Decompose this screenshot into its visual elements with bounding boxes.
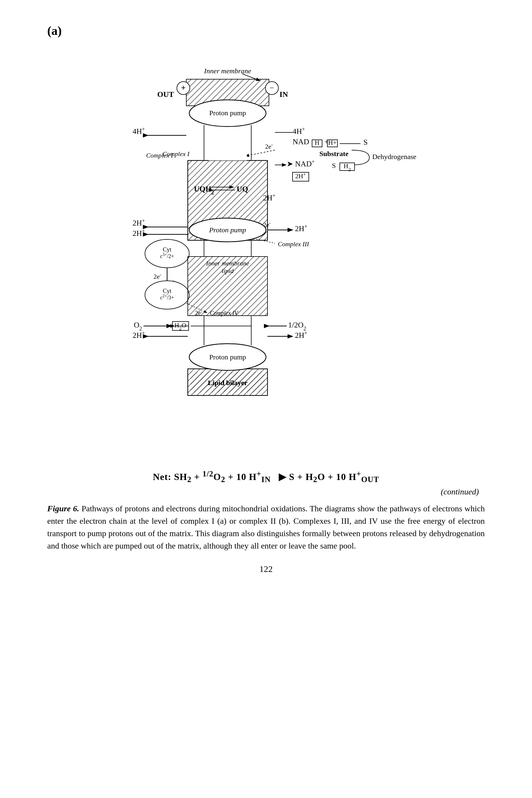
svg-text:NAD: NAD <box>292 138 309 146</box>
svg-text:2H+: 2H+ <box>133 330 145 340</box>
page-number: 122 <box>47 564 485 574</box>
svg-text:UQ: UQ <box>237 185 248 193</box>
svg-text:S: S <box>332 162 336 169</box>
figure-caption: Figure 6. Pathways of protons and electr… <box>47 503 485 552</box>
svg-text:Inner membrane: Inner membrane <box>204 67 251 75</box>
svg-text:Complex I: Complex I <box>146 151 174 159</box>
net-equation: Net: SH2 + 1/2O2 + 10 H+IN ▶ S + H2O + 1… <box>47 469 485 484</box>
svg-text:Dehydrogenase: Dehydrogenase <box>372 153 416 161</box>
svg-text:Substrate: Substrate <box>319 150 349 158</box>
svg-text:c2+/3+: c2+/3+ <box>160 294 174 301</box>
svg-text:OUT: OUT <box>157 90 174 99</box>
svg-text:1/2O2: 1/2O2 <box>288 321 306 332</box>
svg-text:2H+: 2H+ <box>263 193 276 202</box>
svg-text:4H+: 4H+ <box>133 126 145 136</box>
svg-text:Proton pump: Proton pump <box>209 226 246 234</box>
diagram-svg: + − Inner membrane OUT IN Proton pump 4H… <box>103 50 429 457</box>
svg-text:Complex III: Complex III <box>278 240 309 248</box>
page: (a) <box>0 0 532 798</box>
svg-text:Proton pump: Proton pump <box>209 109 246 117</box>
svg-text:+: + <box>181 83 186 92</box>
svg-text:2H+: 2H+ <box>133 218 145 227</box>
svg-line-36 <box>245 150 275 156</box>
svg-text:H: H <box>315 139 319 146</box>
svg-text:2e-: 2e- <box>265 142 273 150</box>
svg-text:H+: H+ <box>328 139 337 146</box>
svg-text:2e-: 2e- <box>153 272 161 280</box>
svg-text:4H+: 4H+ <box>292 126 305 136</box>
svg-text:2H+: 2H+ <box>133 228 145 238</box>
svg-text:O2: O2 <box>134 321 142 332</box>
svg-text:c3+/2+: c3+/2+ <box>160 252 174 259</box>
caption-text: Pathways of protons and electrons during… <box>47 504 485 550</box>
svg-text:➤ NAD+: ➤ NAD+ <box>287 159 315 168</box>
figure-label: Figure 6. <box>47 504 79 513</box>
svg-text:Lipid bilayer: Lipid bilayer <box>208 379 247 386</box>
svg-text:Proton pump: Proton pump <box>209 353 246 361</box>
svg-text:−: − <box>270 84 274 92</box>
section-label-a: (a) <box>47 24 485 38</box>
svg-rect-94 <box>188 256 267 316</box>
svg-text:2H+: 2H+ <box>295 223 307 233</box>
continued-label: (continued) <box>47 487 485 496</box>
diagram-container: + − Inner membrane OUT IN Proton pump 4H… <box>47 50 485 457</box>
svg-text:S: S <box>363 138 367 147</box>
svg-text:IN: IN <box>280 90 288 99</box>
svg-rect-89 <box>208 125 247 161</box>
svg-text:2H+: 2H+ <box>295 330 307 340</box>
